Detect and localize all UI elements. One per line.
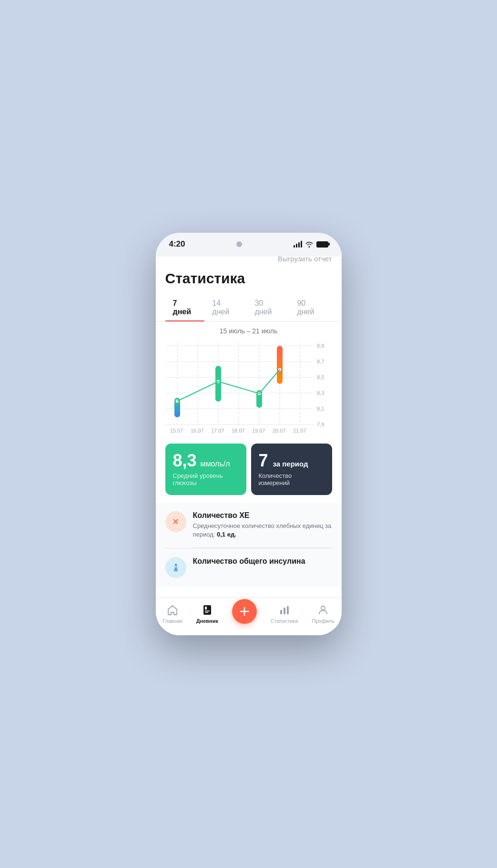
nav-home[interactable]: Главная bbox=[158, 602, 187, 626]
nav-diary[interactable]: Дневник bbox=[192, 602, 223, 626]
chart-icon bbox=[278, 604, 291, 616]
nav-profile-label: Профиль bbox=[312, 618, 335, 624]
home-icon bbox=[166, 604, 179, 616]
xe-title: Количество ХЕ bbox=[193, 511, 332, 520]
bottom-padding bbox=[156, 587, 342, 596]
nav-diary-label: Дневник bbox=[196, 618, 218, 624]
battery-icon bbox=[316, 241, 328, 248]
signal-icon bbox=[294, 241, 302, 248]
svg-point-46 bbox=[321, 606, 325, 610]
food-icon: ✕ bbox=[165, 511, 186, 532]
status-icons bbox=[294, 241, 328, 248]
list-item-insulin: Количество общего инсулина bbox=[165, 548, 332, 587]
svg-rect-44 bbox=[284, 608, 285, 614]
stats-cards: 8,3 ммоль/л Средний уровень глюкозы 7 за… bbox=[156, 436, 342, 503]
main-content: Выгрузить отчет Статистика 7 дней 14 дне… bbox=[156, 249, 342, 598]
page-title: Статистика bbox=[156, 267, 342, 294]
status-bar: 4:20 bbox=[156, 233, 342, 249]
period-tabs: 7 дней 14 дней 30 дней 90 дней bbox=[165, 294, 332, 321]
measurements-label: Количество измерений bbox=[259, 472, 325, 486]
xe-desc: Среднесуточное количество хлебных единиц… bbox=[193, 522, 332, 539]
svg-rect-45 bbox=[287, 606, 289, 614]
glucose-label: Средний уровень глюкозы bbox=[173, 472, 239, 486]
export-button[interactable]: Выгрузить отчет bbox=[278, 255, 332, 263]
glucose-value: 8,3 bbox=[173, 452, 197, 469]
svg-text:8,5: 8,5 bbox=[317, 374, 324, 380]
add-button[interactable] bbox=[232, 599, 257, 624]
svg-text:8,9: 8,9 bbox=[317, 343, 324, 349]
svg-text:19.07: 19.07 bbox=[252, 428, 265, 434]
nav-stats[interactable]: Статистика bbox=[266, 602, 303, 626]
xe-highlight: 0,1 ед. bbox=[217, 531, 236, 538]
insulin-icon bbox=[165, 557, 186, 578]
person-icon bbox=[317, 604, 329, 616]
notch-dot bbox=[236, 241, 242, 247]
svg-text:8,7: 8,7 bbox=[317, 359, 324, 364]
svg-rect-25 bbox=[277, 346, 283, 384]
svg-text:8,3: 8,3 bbox=[317, 390, 324, 396]
insulin-title: Количество общего инсулина bbox=[193, 557, 305, 566]
list-item-xe: ✕ Количество ХЕ Среднесуточное количеств… bbox=[165, 503, 332, 548]
tab-7days[interactable]: 7 дней bbox=[165, 294, 205, 321]
tab-30days[interactable]: 30 дней bbox=[247, 294, 289, 321]
wifi-icon bbox=[305, 241, 314, 248]
insulin-text-block: Количество общего инсулина bbox=[193, 557, 305, 568]
svg-rect-38 bbox=[205, 607, 207, 610]
nav-home-label: Главная bbox=[162, 618, 183, 624]
svg-rect-43 bbox=[280, 610, 282, 614]
svg-rect-37 bbox=[203, 605, 211, 615]
glucose-unit: ммоль/л bbox=[201, 460, 230, 468]
nav-profile[interactable]: Профиль bbox=[307, 602, 340, 626]
svg-text:15.07: 15.07 bbox=[170, 428, 183, 434]
glucose-chart: 8,9 8,7 8,5 8,3 8,1 7,9 bbox=[165, 339, 332, 434]
svg-text:18.07: 18.07 bbox=[232, 428, 245, 434]
book-icon bbox=[201, 604, 213, 616]
svg-text:17.07: 17.07 bbox=[211, 428, 224, 434]
nav-stats-label: Статистика bbox=[271, 618, 298, 624]
tab-14days[interactable]: 14 дней bbox=[204, 294, 247, 321]
stat-card-glucose: 8,3 ммоль/л Средний уровень глюкозы bbox=[165, 444, 246, 495]
chart-container: 8,9 8,7 8,5 8,3 8,1 7,9 bbox=[156, 339, 342, 436]
bottom-nav: Главная Дневник bbox=[156, 598, 342, 635]
svg-text:21.07: 21.07 bbox=[293, 428, 306, 434]
measurements-sub: за период bbox=[273, 460, 308, 468]
status-time: 4:20 bbox=[169, 239, 185, 249]
date-range: 15 июль – 21 июль bbox=[156, 321, 342, 339]
svg-text:20.07: 20.07 bbox=[273, 428, 286, 434]
svg-rect-35 bbox=[174, 569, 178, 571]
svg-text:7,9: 7,9 bbox=[317, 422, 324, 427]
tab-90days[interactable]: 90 дней bbox=[289, 294, 332, 321]
action-bar: Выгрузить отчет bbox=[156, 249, 342, 267]
svg-text:8,1: 8,1 bbox=[317, 406, 324, 412]
svg-text:16.07: 16.07 bbox=[191, 428, 204, 434]
measurements-value: 7 bbox=[259, 452, 268, 469]
tabs-container: 7 дней 14 дней 30 дней 90 дней bbox=[156, 294, 342, 321]
xe-text-block: Количество ХЕ Среднесуточное количество … bbox=[193, 511, 332, 539]
stat-card-measurements: 7 за период Количество измерений bbox=[251, 444, 332, 495]
list-section: ✕ Количество ХЕ Среднесуточное количеств… bbox=[156, 503, 342, 587]
nav-add[interactable] bbox=[227, 602, 262, 626]
